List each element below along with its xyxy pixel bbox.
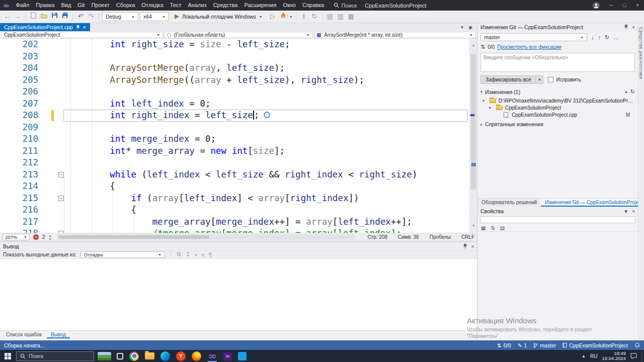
fold-margin[interactable]: − bbox=[56, 193, 67, 205]
start-debugging-button[interactable]: Локальный отладчик Windows ▼ bbox=[171, 11, 267, 22]
options-icon[interactable]: ▦ bbox=[347, 11, 356, 22]
scrollbar-thumb[interactable] bbox=[471, 54, 476, 190]
stage-all-icon[interactable]: + bbox=[624, 89, 627, 95]
task-view-icon[interactable] bbox=[117, 353, 123, 359]
vs-installer-icon[interactable] bbox=[223, 352, 232, 360]
git-tree-row[interactable]: ▾D:\RPO\maxefimov\academy\BV 312\CppExam… bbox=[480, 97, 635, 104]
changes-section-header[interactable]: ▾ Изменения (1) + ↻ bbox=[480, 88, 635, 95]
indicator-margin[interactable] bbox=[43, 110, 56, 122]
taskbar-search-box[interactable]: Поиск bbox=[16, 351, 94, 361]
scroll-down-icon[interactable]: ▼ bbox=[470, 220, 477, 232]
line-number[interactable]: 208 bbox=[0, 110, 43, 122]
float-window-icon[interactable]: ▣ bbox=[468, 25, 472, 30]
close-panel-icon[interactable]: × bbox=[632, 25, 635, 30]
tree-chevron-icon[interactable]: ▾ bbox=[489, 106, 495, 110]
code-line-207[interactable]: 207 int left_index = 0; bbox=[0, 98, 477, 110]
tab-close-icon[interactable]: × bbox=[83, 24, 86, 30]
current-branch[interactable]: master bbox=[533, 342, 556, 348]
fold-margin[interactable] bbox=[56, 145, 67, 157]
menu-item-8[interactable]: Анализ bbox=[185, 0, 210, 11]
menu-item-0[interactable]: Файл bbox=[13, 0, 33, 11]
code-line-218[interactable]: 218− /*merge_array[merge_index] = array[… bbox=[0, 228, 477, 233]
refresh-changes-icon[interactable]: ↻ bbox=[630, 88, 635, 95]
line-number[interactable]: 204 bbox=[0, 62, 43, 74]
indicator-margin[interactable] bbox=[43, 169, 56, 181]
fold-margin[interactable] bbox=[56, 110, 67, 122]
clear-all-icon[interactable]: × bbox=[194, 252, 197, 258]
tool-tab-1[interactable]: Изменения Git — CppExamSolutionProject bbox=[541, 199, 644, 207]
solution-platform-dropdown[interactable]: x64▼ bbox=[140, 12, 169, 21]
open-file-icon[interactable] bbox=[39, 11, 48, 22]
line-number[interactable]: 205 bbox=[0, 74, 43, 86]
indicator-margin[interactable] bbox=[43, 157, 56, 169]
menu-item-4[interactable]: Проект bbox=[88, 0, 113, 11]
save-all-icon[interactable] bbox=[60, 11, 69, 22]
fold-margin[interactable] bbox=[56, 216, 67, 228]
stashes-section-header[interactable]: ▸ Спрятанные изменения bbox=[480, 121, 635, 127]
close-panel-icon[interactable]: × bbox=[471, 244, 474, 249]
indicator-margin[interactable] bbox=[43, 62, 56, 74]
indicator-margin[interactable] bbox=[43, 216, 56, 228]
chrome-icon[interactable] bbox=[129, 351, 139, 361]
indent-mode[interactable]: Пробелы bbox=[430, 234, 451, 240]
line-number[interactable]: 210 bbox=[0, 133, 43, 145]
indicator-margin[interactable] bbox=[43, 51, 56, 63]
tree-chevron-icon[interactable]: ▾ bbox=[482, 99, 488, 103]
vertical-scrollbar[interactable]: ▲ ▼ bbox=[469, 39, 477, 233]
menu-item-1[interactable]: Правка bbox=[33, 0, 58, 11]
properties-object-dropdown[interactable] bbox=[480, 216, 635, 223]
line-number[interactable]: 214 bbox=[0, 180, 43, 193]
break-all-icon[interactable]: ‖ bbox=[299, 11, 308, 22]
indicator-margin[interactable] bbox=[43, 98, 56, 110]
notifications-icon[interactable] bbox=[630, 353, 637, 359]
indicator-margin[interactable] bbox=[43, 180, 56, 193]
indicator-margin[interactable] bbox=[43, 228, 56, 233]
diagnostic-tools-collapsed-tab[interactable]: Средства диагностики bbox=[638, 23, 644, 340]
zoom-dropdown[interactable]: 207%▼ bbox=[3, 234, 30, 240]
yandex-icon[interactable] bbox=[176, 351, 186, 361]
collapse-icon[interactable]: ▾ bbox=[480, 89, 482, 94]
search-highlight-image[interactable] bbox=[98, 352, 111, 360]
pending-edits-status[interactable]: ✎ 1 bbox=[518, 342, 527, 348]
code-line-214[interactable]: 214 { bbox=[0, 180, 477, 193]
fold-margin[interactable]: − bbox=[56, 228, 67, 233]
code-line-206[interactable]: 206 bbox=[0, 86, 477, 98]
tab-output[interactable]: Вывод bbox=[47, 331, 70, 338]
line-number[interactable]: 203 bbox=[0, 51, 43, 63]
explorer-icon[interactable] bbox=[145, 352, 154, 359]
pin-icon[interactable] bbox=[624, 25, 628, 30]
code-line-216[interactable]: 216 { bbox=[0, 204, 477, 216]
properties-close-icon[interactable]: × bbox=[632, 209, 635, 214]
line-number[interactable]: 211 bbox=[0, 145, 43, 157]
fold-margin[interactable] bbox=[56, 62, 67, 74]
line-number[interactable]: 218 bbox=[0, 228, 43, 233]
line-number[interactable]: 202 bbox=[0, 39, 43, 51]
navigate-back-icon[interactable]: ← bbox=[3, 11, 12, 22]
user-avatar[interactable] bbox=[593, 2, 600, 9]
code-line-215[interactable]: 215− if (array[left_index] < array[right… bbox=[0, 193, 477, 205]
redo-icon[interactable]: ↷ bbox=[87, 11, 96, 22]
scroll-up-icon[interactable]: ▲ bbox=[470, 40, 477, 52]
solution-configuration-dropdown[interactable]: Debug▼ bbox=[102, 12, 138, 21]
menu-item-10[interactable]: Расширения bbox=[241, 0, 280, 11]
visual-studio-icon[interactable] bbox=[207, 351, 217, 361]
show-desktop-button[interactable] bbox=[641, 350, 644, 362]
comment-icon[interactable]: ▥ bbox=[336, 11, 345, 22]
tool-tab-0[interactable]: Обозреватель решений bbox=[477, 199, 541, 207]
fold-margin[interactable] bbox=[56, 98, 67, 110]
property-pages-icon[interactable]: ▤ bbox=[500, 225, 505, 231]
code-line-209[interactable]: 209 bbox=[0, 122, 477, 134]
output-content[interactable] bbox=[0, 261, 477, 330]
menu-item-5[interactable]: Сборка bbox=[113, 0, 138, 11]
hot-reload-icon[interactable] bbox=[279, 11, 288, 22]
git-tree-row[interactable]: CppExamSolutionProject.cppM bbox=[480, 111, 635, 118]
fold-margin[interactable] bbox=[56, 204, 67, 216]
fold-margin[interactable] bbox=[56, 122, 67, 134]
undo-icon[interactable]: ↶ bbox=[76, 11, 85, 22]
word-wrap-icon[interactable]: ≡ bbox=[201, 252, 204, 258]
indicator-margin[interactable] bbox=[43, 122, 56, 134]
git-tree-row[interactable]: ▾CppExamSolutionProject bbox=[480, 104, 635, 111]
code-line-205[interactable]: 205 ArraySortMerge((array + left_size), … bbox=[0, 74, 477, 86]
indicator-margin[interactable] bbox=[43, 86, 56, 98]
quick-search[interactable]: Поиск bbox=[334, 3, 357, 9]
